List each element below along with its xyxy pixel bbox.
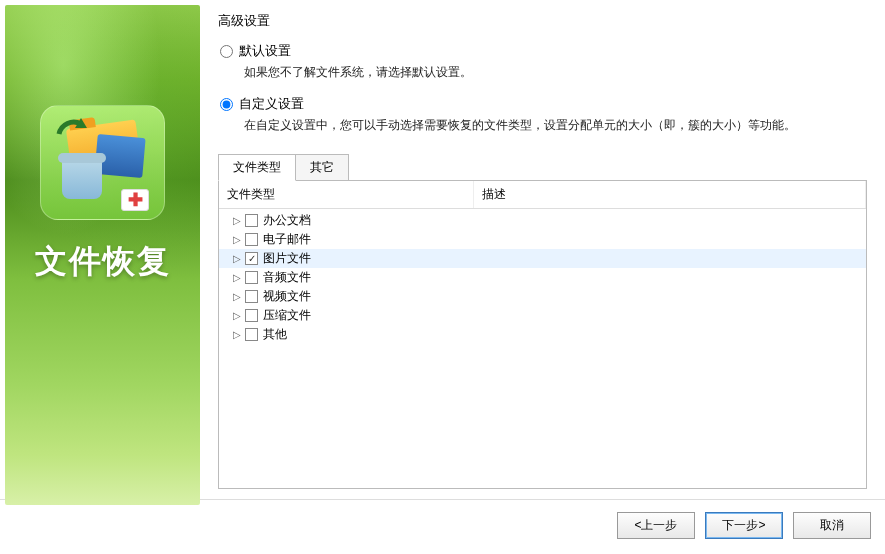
checkbox[interactable]	[245, 233, 258, 246]
tab-file-types[interactable]: 文件类型	[218, 154, 296, 181]
file-type-panel: 文件类型 描述 ▷办公文档▷电子邮件▷图片文件▷音频文件▷视频文件▷压缩文件▷其…	[218, 180, 867, 489]
column-header-desc[interactable]: 描述	[474, 181, 866, 208]
expand-icon[interactable]: ▷	[231, 310, 243, 321]
tree-item-label: 图片文件	[263, 250, 311, 267]
tree-row[interactable]: ▷音频文件	[219, 268, 866, 287]
tree-item-label: 压缩文件	[263, 307, 311, 324]
tree-row[interactable]: ▷办公文档	[219, 211, 866, 230]
radio-default-settings[interactable]: 默认设置	[220, 42, 867, 60]
tree-row[interactable]: ▷视频文件	[219, 287, 866, 306]
checkbox[interactable]	[245, 214, 258, 227]
sidebar-banner: ✚ 文件恢复	[5, 5, 200, 505]
section-title: 高级设置	[218, 12, 867, 30]
radio-custom-input[interactable]	[220, 98, 233, 111]
file-type-tree[interactable]: ▷办公文档▷电子邮件▷图片文件▷音频文件▷视频文件▷压缩文件▷其他	[219, 209, 866, 488]
radio-custom-settings[interactable]: 自定义设置	[220, 95, 867, 113]
checkbox[interactable]	[245, 309, 258, 322]
radio-default-input[interactable]	[220, 45, 233, 58]
column-headers: 文件类型 描述	[219, 181, 866, 209]
tree-item-label: 其他	[263, 326, 287, 343]
expand-icon[interactable]: ▷	[231, 291, 243, 302]
medical-cross-icon: ✚	[121, 189, 149, 211]
app-icon: ✚	[40, 105, 165, 220]
back-button[interactable]: <上一步	[617, 512, 695, 539]
radio-default-label: 默认设置	[239, 42, 291, 60]
tab-other[interactable]: 其它	[295, 154, 349, 181]
tree-row[interactable]: ▷图片文件	[219, 249, 866, 268]
recycle-bin-icon	[59, 159, 104, 209]
sidebar-title: 文件恢复	[5, 240, 200, 284]
radio-default-desc: 如果您不了解文件系统，请选择默认设置。	[244, 64, 867, 81]
expand-icon[interactable]: ▷	[231, 329, 243, 340]
tab-bar: 文件类型 其它	[218, 154, 867, 181]
column-header-type[interactable]: 文件类型	[219, 181, 474, 208]
checkbox[interactable]	[245, 290, 258, 303]
radio-custom-desc: 在自定义设置中，您可以手动选择需要恢复的文件类型，设置分配单元的大小（即，簇的大…	[244, 117, 867, 134]
tree-row[interactable]: ▷电子邮件	[219, 230, 866, 249]
tree-item-label: 电子邮件	[263, 231, 311, 248]
expand-icon[interactable]: ▷	[231, 234, 243, 245]
expand-icon[interactable]: ▷	[231, 215, 243, 226]
tree-item-label: 办公文档	[263, 212, 311, 229]
cancel-button[interactable]: 取消	[793, 512, 871, 539]
recycle-arrow-icon	[51, 114, 91, 157]
tree-row[interactable]: ▷其他	[219, 325, 866, 344]
tree-item-label: 视频文件	[263, 288, 311, 305]
checkbox[interactable]	[245, 252, 258, 265]
checkbox[interactable]	[245, 328, 258, 341]
footer-buttons: <上一步 下一步> 取消	[0, 500, 885, 539]
expand-icon[interactable]: ▷	[231, 272, 243, 283]
tree-row[interactable]: ▷压缩文件	[219, 306, 866, 325]
checkbox[interactable]	[245, 271, 258, 284]
main-panel: 高级设置 默认设置 如果您不了解文件系统，请选择默认设置。 自定义设置 在自定义…	[200, 0, 885, 499]
tree-item-label: 音频文件	[263, 269, 311, 286]
next-button[interactable]: 下一步>	[705, 512, 783, 539]
expand-icon[interactable]: ▷	[231, 253, 243, 264]
radio-custom-label: 自定义设置	[239, 95, 304, 113]
